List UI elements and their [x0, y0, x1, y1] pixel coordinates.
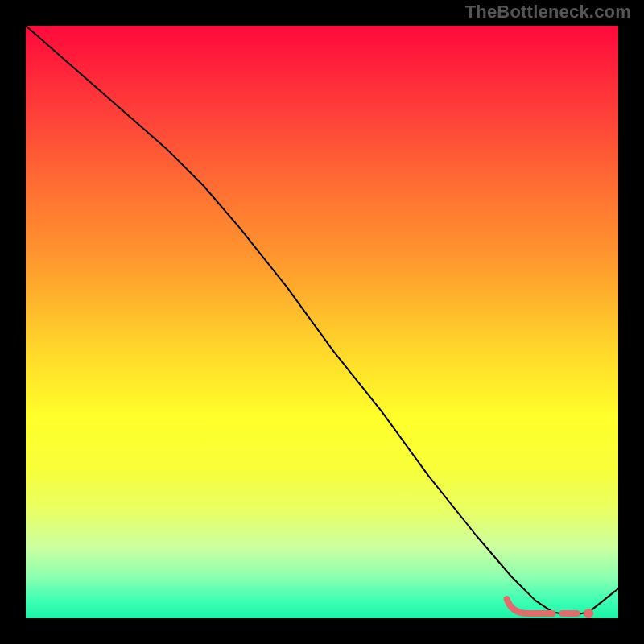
watermark-text: TheBottleneck.com	[465, 2, 631, 23]
optimal-range-solid	[507, 599, 539, 613]
chart-frame: TheBottleneck.com	[0, 0, 644, 644]
plot-area	[26, 26, 618, 618]
optimal-range-end-dot	[584, 609, 593, 618]
bottleneck-curve	[26, 26, 618, 615]
plot-svg	[26, 26, 618, 618]
